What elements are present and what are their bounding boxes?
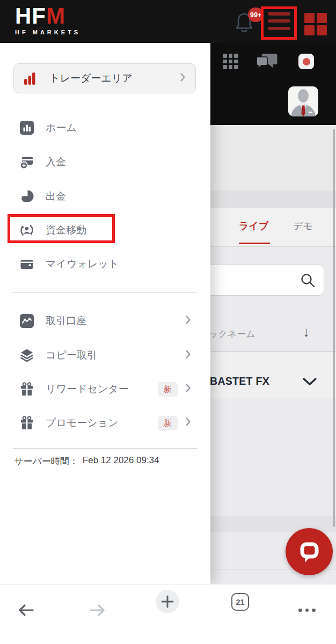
menu-item-label: 資金移動 (46, 223, 86, 237)
apps-grid-icon[interactable] (223, 54, 239, 70)
chevron-right-icon (180, 72, 186, 84)
chevron-right-icon (185, 315, 191, 327)
trader-area-label: トレーダーエリア (49, 71, 133, 85)
new-badge: 新 (158, 382, 178, 397)
account-name[interactable]: BASTET FX (210, 375, 269, 387)
menu-item-wallet[interactable]: マイウォレット (0, 247, 210, 281)
withdraw-pie-icon (20, 189, 34, 203)
gift-icon (20, 382, 34, 396)
app-header: HFM HF MARKETS 99+ (0, 0, 336, 43)
deposit-card-icon (20, 155, 34, 169)
menu-item-transfer[interactable]: 資金移動 (0, 213, 210, 247)
menu-item-label: マイウォレット (46, 257, 119, 271)
chat-bubble-icon (297, 539, 322, 564)
menu-divider (13, 448, 197, 449)
notifications-button[interactable]: 99+ (235, 12, 263, 36)
menu-item-reward-center[interactable]: リワードセンター 新 (0, 372, 210, 406)
tab-active-underline (239, 243, 270, 244)
menu-item-label: リワードセンター (46, 382, 129, 396)
more-options-button[interactable] (294, 593, 320, 627)
trader-area-button[interactable]: トレーダーエリア (13, 63, 196, 93)
notification-badge: 99+ (248, 8, 264, 22)
logo-text: HFM (15, 4, 81, 28)
forward-button[interactable] (85, 593, 111, 627)
menu-item-copy-trading[interactable]: コピー取引 (0, 338, 210, 372)
search-box[interactable] (196, 265, 324, 296)
avatar[interactable] (288, 86, 318, 116)
new-tab-button[interactable] (156, 590, 179, 613)
menu-item-withdraw[interactable]: 出金 (0, 179, 210, 214)
menu-item-promotions[interactable]: プロモーション 新 (0, 406, 210, 440)
scrollbar-thumb[interactable] (333, 129, 335, 527)
menu-item-label: 取引口座 (46, 314, 86, 328)
app-screen: ライブ デモ ックネーム ↓ BASTET FX HFM HF MARKETS (0, 0, 336, 644)
browser-navigation-bar: 21 (0, 584, 336, 644)
server-time-value: Feb 12 2026 09:34 (83, 455, 159, 467)
menu-item-trading-accounts[interactable]: 取引口座 (0, 304, 210, 338)
trader-bars-icon (24, 72, 36, 85)
menu-item-label: ホーム (46, 121, 77, 135)
apps-launcher-icon[interactable] (304, 13, 327, 35)
logo-subtitle: HF MARKETS (15, 29, 81, 35)
navigation-drawer: トレーダーエリア ホーム (0, 43, 210, 584)
menu-item-deposit[interactable]: 入金 (0, 145, 210, 179)
accounts-chart-icon (20, 314, 34, 328)
server-time-label: サーバー時間： (14, 455, 78, 467)
forward-arrow-icon (88, 602, 107, 619)
layers-icon (20, 348, 34, 362)
tab-count: 21 (236, 598, 244, 606)
gift-icon (20, 416, 34, 430)
chevron-right-icon (185, 417, 191, 429)
messages-icon[interactable] (256, 53, 279, 72)
live-chat-button[interactable] (286, 528, 333, 575)
record-icon[interactable] (298, 54, 314, 69)
new-badge: 新 (158, 416, 178, 430)
column-header-nickname: ックネーム (209, 328, 255, 340)
tab-live[interactable]: ライブ (239, 219, 268, 232)
plus-icon (160, 595, 174, 609)
bar-chart-icon (20, 121, 34, 135)
sort-descending-icon[interactable]: ↓ (303, 324, 310, 340)
transfer-person-icon (20, 223, 34, 237)
back-button[interactable] (13, 593, 39, 627)
chevron-right-icon (185, 349, 191, 361)
server-time: サーバー時間： Feb 12 2026 09:34 (14, 455, 159, 467)
menu-item-home[interactable]: ホーム (0, 111, 210, 145)
tab-demo[interactable]: デモ (293, 219, 313, 232)
chevron-down-icon[interactable] (302, 377, 317, 389)
wallet-icon (20, 257, 34, 271)
menu-hamburger-button[interactable] (268, 12, 290, 30)
menu-item-label: 出金 (46, 189, 66, 203)
back-arrow-icon (16, 602, 35, 619)
menu-item-label: コピー取引 (46, 348, 97, 362)
search-icon (300, 272, 317, 289)
chevron-right-icon (185, 383, 191, 395)
menu-item-label: 入金 (46, 155, 66, 169)
tab-counter-button[interactable]: 21 (231, 593, 249, 611)
menu-item-label: プロモーション (46, 416, 119, 430)
hfm-logo[interactable]: HFM HF MARKETS (15, 4, 81, 35)
menu-divider (13, 292, 197, 293)
